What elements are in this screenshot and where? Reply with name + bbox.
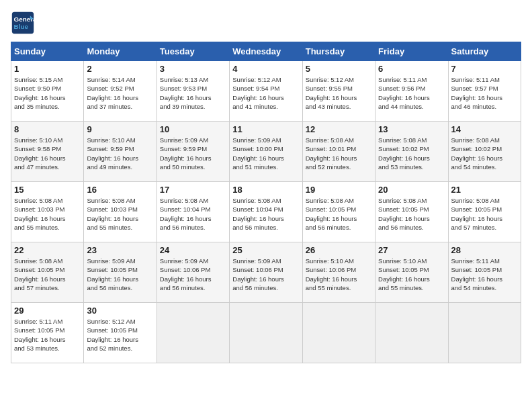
day-info: Sunrise: 5:09 AM Sunset: 10:06 PM Daylig… xyxy=(160,257,226,292)
day-info: Sunrise: 5:09 AM Sunset: 9:59 PM Dayligh… xyxy=(160,136,226,171)
day-number: 3 xyxy=(160,64,226,74)
day-info: Sunrise: 5:10 AM Sunset: 9:59 PM Dayligh… xyxy=(87,136,153,171)
calendar-cell: 23Sunrise: 5:09 AM Sunset: 10:05 PM Dayl… xyxy=(84,242,157,303)
day-number: 4 xyxy=(232,64,299,74)
day-info: Sunrise: 5:08 AM Sunset: 10:03 PM Daylig… xyxy=(87,196,153,232)
day-info: Sunrise: 5:12 AM Sunset: 9:55 PM Dayligh… xyxy=(306,75,372,111)
calendar-cell: 2Sunrise: 5:14 AM Sunset: 9:52 PM Daylig… xyxy=(84,61,157,122)
calendar-cell: 7Sunrise: 5:11 AM Sunset: 9:57 PM Daylig… xyxy=(448,61,521,122)
day-info: Sunrise: 5:10 AM Sunset: 10:05 PM Daylig… xyxy=(378,257,445,292)
calendar-cell: 28Sunrise: 5:11 AM Sunset: 10:05 PM Dayl… xyxy=(448,242,521,303)
day-number: 25 xyxy=(232,245,299,255)
day-number: 23 xyxy=(87,245,153,255)
day-info: Sunrise: 5:12 AM Sunset: 9:54 PM Dayligh… xyxy=(232,75,299,111)
weekday-header: Saturday xyxy=(448,42,521,61)
day-number: 27 xyxy=(378,245,445,255)
day-info: Sunrise: 5:13 AM Sunset: 9:53 PM Dayligh… xyxy=(160,75,226,111)
day-number: 22 xyxy=(14,245,81,255)
day-info: Sunrise: 5:11 AM Sunset: 9:57 PM Dayligh… xyxy=(451,75,518,111)
day-number: 6 xyxy=(378,64,445,74)
calendar-cell: 11Sunrise: 5:09 AM Sunset: 10:00 PM Dayl… xyxy=(230,122,302,182)
day-info: Sunrise: 5:15 AM Sunset: 9:50 PM Dayligh… xyxy=(14,75,81,111)
calendar-cell: 30Sunrise: 5:12 AM Sunset: 10:05 PM Dayl… xyxy=(84,303,157,363)
calendar-cell: 26Sunrise: 5:10 AM Sunset: 10:06 PM Dayl… xyxy=(302,242,375,303)
day-number: 24 xyxy=(160,245,226,255)
day-number: 10 xyxy=(160,124,226,134)
day-number: 15 xyxy=(14,185,81,195)
day-info: Sunrise: 5:10 AM Sunset: 10:06 PM Daylig… xyxy=(306,257,372,292)
day-number: 19 xyxy=(306,185,372,195)
day-number: 30 xyxy=(87,306,153,316)
calendar-cell: 9Sunrise: 5:10 AM Sunset: 9:59 PM Daylig… xyxy=(84,122,157,182)
logo-icon: General Blue xyxy=(11,11,35,35)
weekday-header: Friday xyxy=(375,42,448,61)
day-info: Sunrise: 5:11 AM Sunset: 10:05 PM Daylig… xyxy=(451,257,518,292)
day-info: Sunrise: 5:09 AM Sunset: 10:00 PM Daylig… xyxy=(232,136,299,171)
day-info: Sunrise: 5:08 AM Sunset: 10:04 PM Daylig… xyxy=(232,196,299,232)
day-number: 11 xyxy=(232,124,299,134)
calendar-cell: 3Sunrise: 5:13 AM Sunset: 9:53 PM Daylig… xyxy=(157,61,229,122)
calendar-cell: 21Sunrise: 5:08 AM Sunset: 10:05 PM Dayl… xyxy=(448,182,521,242)
day-info: Sunrise: 5:08 AM Sunset: 10:05 PM Daylig… xyxy=(306,196,372,232)
day-info: Sunrise: 5:08 AM Sunset: 10:03 PM Daylig… xyxy=(14,196,81,232)
calendar-cell: 29Sunrise: 5:11 AM Sunset: 10:05 PM Dayl… xyxy=(11,303,84,363)
calendar-cell xyxy=(157,303,229,363)
calendar-cell: 27Sunrise: 5:10 AM Sunset: 10:05 PM Dayl… xyxy=(375,242,448,303)
day-info: Sunrise: 5:12 AM Sunset: 10:05 PM Daylig… xyxy=(87,317,153,353)
day-info: Sunrise: 5:08 AM Sunset: 10:05 PM Daylig… xyxy=(378,196,445,232)
day-info: Sunrise: 5:09 AM Sunset: 10:06 PM Daylig… xyxy=(232,257,299,292)
day-info: Sunrise: 5:08 AM Sunset: 10:02 PM Daylig… xyxy=(378,136,445,171)
day-number: 29 xyxy=(14,306,81,316)
day-number: 26 xyxy=(306,245,372,255)
day-number: 14 xyxy=(451,124,518,134)
calendar-cell: 25Sunrise: 5:09 AM Sunset: 10:06 PM Dayl… xyxy=(230,242,302,303)
day-number: 9 xyxy=(87,124,153,134)
calendar-cell: 13Sunrise: 5:08 AM Sunset: 10:02 PM Dayl… xyxy=(375,122,448,182)
day-info: Sunrise: 5:09 AM Sunset: 10:05 PM Daylig… xyxy=(87,257,153,292)
day-number: 18 xyxy=(232,185,299,195)
calendar-cell xyxy=(302,303,375,363)
day-number: 2 xyxy=(87,64,153,74)
day-info: Sunrise: 5:10 AM Sunset: 9:58 PM Dayligh… xyxy=(14,136,81,171)
day-number: 5 xyxy=(306,64,372,74)
day-info: Sunrise: 5:11 AM Sunset: 9:56 PM Dayligh… xyxy=(378,75,445,111)
day-info: Sunrise: 5:08 AM Sunset: 10:05 PM Daylig… xyxy=(451,196,518,232)
day-number: 17 xyxy=(160,185,226,195)
day-info: Sunrise: 5:14 AM Sunset: 9:52 PM Dayligh… xyxy=(87,75,153,111)
day-number: 13 xyxy=(378,124,445,134)
svg-text:Blue: Blue xyxy=(14,23,29,30)
day-number: 12 xyxy=(306,124,372,134)
weekday-header: Wednesday xyxy=(230,42,302,61)
calendar-cell: 10Sunrise: 5:09 AM Sunset: 9:59 PM Dayli… xyxy=(157,122,229,182)
calendar-cell: 12Sunrise: 5:08 AM Sunset: 10:01 PM Dayl… xyxy=(302,122,375,182)
calendar-cell: 18Sunrise: 5:08 AM Sunset: 10:04 PM Dayl… xyxy=(230,182,302,242)
day-number: 16 xyxy=(87,185,153,195)
day-number: 28 xyxy=(451,245,518,255)
calendar-cell xyxy=(448,303,521,363)
day-info: Sunrise: 5:08 AM Sunset: 10:04 PM Daylig… xyxy=(160,196,226,232)
calendar-cell: 20Sunrise: 5:08 AM Sunset: 10:05 PM Dayl… xyxy=(375,182,448,242)
calendar-cell: 19Sunrise: 5:08 AM Sunset: 10:05 PM Dayl… xyxy=(302,182,375,242)
svg-text:General: General xyxy=(14,15,36,23)
day-number: 7 xyxy=(451,64,518,74)
day-number: 20 xyxy=(378,185,445,195)
calendar-cell: 14Sunrise: 5:08 AM Sunset: 10:02 PM Dayl… xyxy=(448,122,521,182)
day-info: Sunrise: 5:08 AM Sunset: 10:01 PM Daylig… xyxy=(306,136,372,171)
weekday-header: Tuesday xyxy=(157,42,229,61)
calendar-cell: 6Sunrise: 5:11 AM Sunset: 9:56 PM Daylig… xyxy=(375,61,448,122)
calendar-cell: 15Sunrise: 5:08 AM Sunset: 10:03 PM Dayl… xyxy=(11,182,84,242)
calendar-cell xyxy=(230,303,302,363)
calendar-cell: 8Sunrise: 5:10 AM Sunset: 9:58 PM Daylig… xyxy=(11,122,84,182)
day-number: 1 xyxy=(14,64,81,74)
weekday-header: Thursday xyxy=(302,42,375,61)
day-number: 8 xyxy=(14,124,81,134)
calendar-cell: 1Sunrise: 5:15 AM Sunset: 9:50 PM Daylig… xyxy=(11,61,84,122)
calendar-cell: 4Sunrise: 5:12 AM Sunset: 9:54 PM Daylig… xyxy=(230,61,302,122)
day-info: Sunrise: 5:08 AM Sunset: 10:02 PM Daylig… xyxy=(451,136,518,171)
calendar-table: SundayMondayTuesdayWednesdayThursdayFrid… xyxy=(11,42,521,363)
calendar-cell: 16Sunrise: 5:08 AM Sunset: 10:03 PM Dayl… xyxy=(84,182,157,242)
calendar-cell: 24Sunrise: 5:09 AM Sunset: 10:06 PM Dayl… xyxy=(157,242,229,303)
day-number: 21 xyxy=(451,185,518,195)
calendar-cell: 17Sunrise: 5:08 AM Sunset: 10:04 PM Dayl… xyxy=(157,182,229,242)
day-info: Sunrise: 5:11 AM Sunset: 10:05 PM Daylig… xyxy=(14,317,81,353)
